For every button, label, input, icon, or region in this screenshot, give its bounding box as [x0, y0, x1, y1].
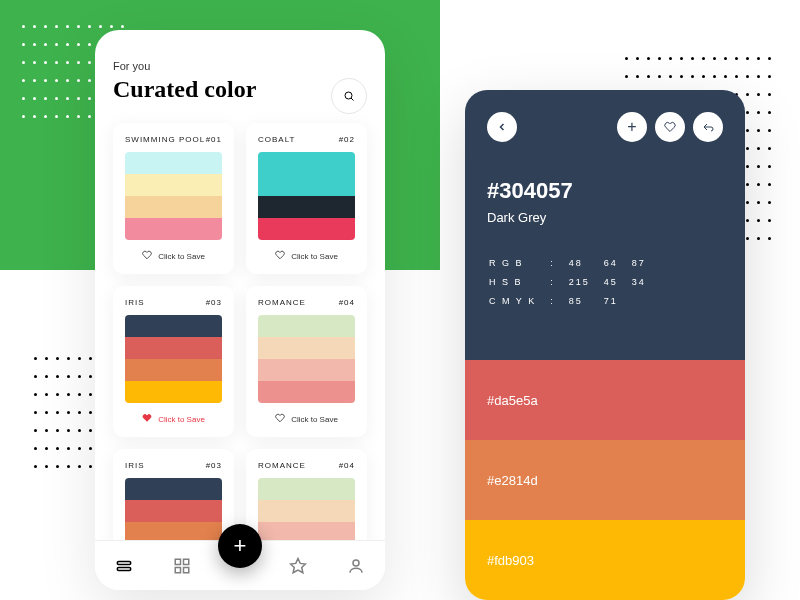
save-button[interactable]: Click to Save: [258, 413, 355, 425]
nav-profile-icon[interactable]: [347, 557, 365, 575]
palette-card[interactable]: ROMANCE#04 Click to Save: [246, 286, 367, 437]
svg-line-1: [351, 98, 354, 101]
nav-grid-icon[interactable]: [173, 557, 191, 575]
svg-rect-3: [117, 567, 131, 570]
strip-hex: #e2814d: [487, 473, 538, 488]
color-strip[interactable]: #da5e5a: [465, 360, 745, 440]
color-strip[interactable]: #e2814d: [465, 440, 745, 520]
palette-number: #02: [339, 135, 355, 144]
palette-number: #01: [206, 135, 222, 144]
palette-number: #04: [339, 298, 355, 307]
strip-hex: #fdb903: [487, 553, 534, 568]
eyebrow-text: For you: [113, 60, 367, 72]
svg-rect-6: [175, 567, 180, 572]
heart-icon: [664, 121, 676, 133]
heart-icon: [275, 413, 285, 425]
plus-icon: +: [627, 118, 636, 136]
svg-rect-2: [117, 561, 131, 564]
save-label: Click to Save: [158, 415, 205, 424]
palette-number: #03: [206, 298, 222, 307]
page-title: Curated color: [113, 76, 367, 103]
detail-actions: +: [617, 112, 723, 142]
palette-swatches: [125, 315, 222, 403]
svg-rect-7: [184, 567, 189, 572]
save-label: Click to Save: [291, 252, 338, 261]
share-icon: [702, 121, 714, 133]
add-action-button[interactable]: +: [617, 112, 647, 142]
palette-swatches: [258, 315, 355, 403]
palette-list-screen: For you Curated color SWIMMING POOL#01 C…: [95, 30, 385, 590]
palette-number: #04: [339, 461, 355, 470]
svg-point-9: [353, 560, 359, 566]
plus-icon: +: [234, 533, 247, 559]
search-icon: [343, 90, 355, 102]
detail-hero: + #304057 Dark Grey R G B:486487 H S B:2…: [465, 90, 745, 360]
color-meta-table: R G B:486487 H S B:2154534 C M Y K:8571: [487, 253, 660, 312]
strip-hex: #da5e5a: [487, 393, 538, 408]
palette-name: ROMANCE: [258, 461, 306, 470]
nav-home-icon[interactable]: [115, 557, 133, 575]
color-hex: #304057: [487, 178, 723, 204]
svg-marker-8: [291, 558, 306, 572]
palette-swatches: [125, 152, 222, 240]
search-button[interactable]: [331, 78, 367, 114]
palette-name: IRIS: [125, 298, 145, 307]
palette-name: SWIMMING POOL: [125, 135, 205, 144]
heart-icon: [142, 413, 152, 425]
back-button[interactable]: [487, 112, 517, 142]
svg-rect-4: [175, 559, 180, 564]
save-button[interactable]: Click to Save: [125, 250, 222, 262]
palette-card[interactable]: IRIS#03 Click to Save: [113, 286, 234, 437]
palette-card[interactable]: COBALT#02 Click to Save: [246, 123, 367, 274]
svg-point-0: [345, 92, 352, 99]
favorite-button[interactable]: [655, 112, 685, 142]
svg-rect-5: [184, 559, 189, 564]
heart-icon: [275, 250, 285, 262]
heart-icon: [142, 250, 152, 262]
palette-swatches: [258, 152, 355, 240]
palette-number: #03: [206, 461, 222, 470]
save-button[interactable]: Click to Save: [125, 413, 222, 425]
chevron-left-icon: [496, 121, 508, 133]
palette-name: COBALT: [258, 135, 295, 144]
color-strip[interactable]: #fdb903: [465, 520, 745, 600]
save-button[interactable]: Click to Save: [258, 250, 355, 262]
share-button[interactable]: [693, 112, 723, 142]
palette-name: ROMANCE: [258, 298, 306, 307]
palette-card[interactable]: SWIMMING POOL#01 Click to Save: [113, 123, 234, 274]
palette-name: IRIS: [125, 461, 145, 470]
palette-detail-screen: + #304057 Dark Grey R G B:486487 H S B:2…: [465, 90, 745, 600]
nav-star-icon[interactable]: [289, 557, 307, 575]
color-name: Dark Grey: [487, 210, 723, 225]
add-button[interactable]: +: [218, 524, 262, 568]
save-label: Click to Save: [291, 415, 338, 424]
save-label: Click to Save: [158, 252, 205, 261]
